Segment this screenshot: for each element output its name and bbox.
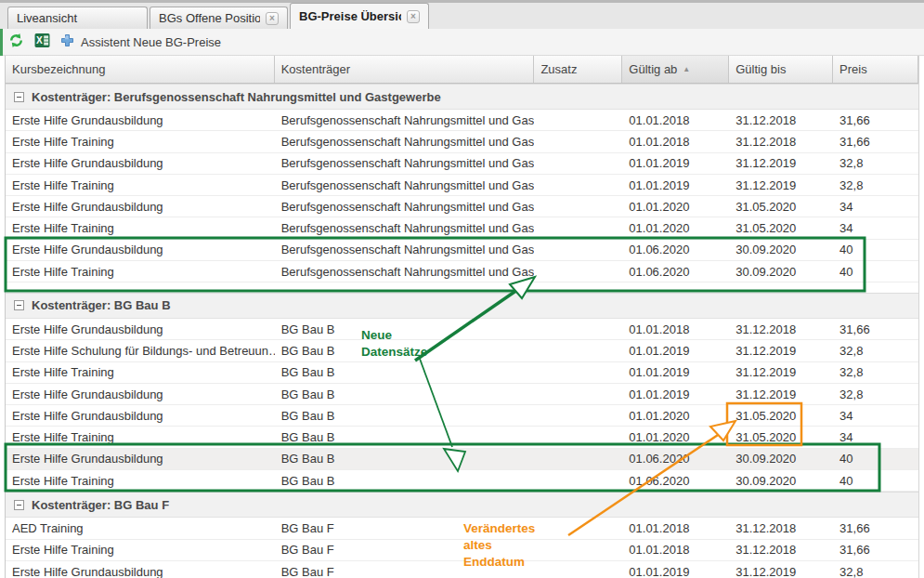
table-row[interactable]: Erste Hilfe TrainingBerufsgenossenschaft…: [6, 131, 918, 152]
grid-header-row: KursbezeichnungKostenträgerZusatzGültig …: [6, 56, 918, 84]
cell-zusatz: [534, 561, 622, 578]
table-row[interactable]: Erste Hilfe GrundausbildungBG Bau B01.01…: [6, 319, 918, 340]
table-row[interactable]: Erste Hilfe GrundausbildungBG Bau B01.01…: [6, 384, 918, 405]
cell-gueltig_bis: 31.12.2019: [729, 362, 833, 383]
table-row[interactable]: Erste Hilfe GrundausbildungBG Bau B01.01…: [6, 405, 918, 427]
table-row[interactable]: Erste Hilfe GrundausbildungBerufsgenosse…: [6, 240, 918, 261]
cell-zusatz: [534, 175, 622, 195]
cell-gueltig_ab: 01.01.2020: [622, 427, 729, 447]
table-row[interactable]: Erste Hilfe GrundausbildungBerufsgenosse…: [6, 153, 918, 175]
cell-preis: 40: [833, 261, 918, 282]
cell-gueltig_ab: 01.01.2019: [622, 153, 729, 174]
cell-gueltig_ab: 01.01.2020: [622, 405, 729, 426]
cell-gueltig_bis: 31.12.2019: [729, 561, 833, 578]
cell-kostentraeger: Berufsgenossenschaft Nahrungsmittel und …: [275, 153, 535, 174]
group-header[interactable]: Kostenträger: BG Bau B: [6, 293, 918, 319]
column-header-label: Preis: [839, 62, 867, 76]
cell-preis: 32,8: [833, 561, 918, 578]
cell-gueltig_ab: 01.06.2020: [622, 470, 729, 491]
cell-gueltig_bis: 30.09.2020: [729, 261, 833, 282]
cell-zusatz: [534, 217, 622, 238]
table-row[interactable]: Erste Hilfe TrainingBG Bau B01.01.202031…: [6, 427, 918, 448]
cell-kostentraeger: BG Bau B: [275, 427, 535, 447]
column-header-kostentraeger[interactable]: Kostenträger: [275, 56, 535, 83]
cell-kostentraeger: BG Bau B: [275, 449, 535, 469]
excel-icon: X: [34, 33, 50, 51]
refresh-icon: [8, 33, 24, 51]
cell-preis: 31,66: [833, 131, 918, 151]
column-header-gueltig_bis[interactable]: Gültig bis: [729, 56, 833, 83]
column-header-preis[interactable]: Preis: [833, 56, 918, 83]
svg-text:X: X: [36, 35, 43, 46]
column-header-zusatz[interactable]: Zusatz: [534, 56, 622, 83]
table-row[interactable]: Erste Hilfe TrainingBerufsgenossenschaft…: [6, 217, 918, 239]
table-row[interactable]: AED TrainingBG Bau F01.01.201831.12.2018…: [6, 518, 918, 539]
table-row[interactable]: Erste Hilfe TrainingBG Bau B01.01.201931…: [6, 362, 918, 384]
column-header-label: Zusatz: [540, 62, 577, 76]
table-row[interactable]: Erste Hilfe TrainingBerufsgenossenschaft…: [6, 261, 918, 282]
cell-zusatz: [534, 384, 622, 404]
cell-kurs: Erste Hilfe Grundausbildung: [6, 384, 275, 404]
table-row[interactable]: Erste Hilfe TrainingBG Bau F01.01.201831…: [6, 540, 918, 561]
cell-gueltig_ab: 01.01.2019: [622, 340, 729, 361]
cell-gueltig_ab: 01.06.2020: [622, 240, 729, 260]
cell-zusatz: [534, 427, 622, 447]
cell-kurs: AED Training: [6, 518, 275, 538]
cell-gueltig_ab: 01.01.2019: [622, 362, 729, 383]
cell-kostentraeger: Berufsgenossenschaft Nahrungsmittel und …: [275, 240, 535, 260]
cell-gueltig_ab: 01.06.2020: [622, 449, 729, 469]
cell-gueltig_ab: 01.01.2018: [622, 518, 729, 538]
cell-gueltig_bis: 31.05.2020: [729, 217, 833, 238]
cell-kurs: Erste Hilfe Training: [6, 175, 275, 195]
cell-gueltig_bis: 30.09.2020: [729, 470, 833, 491]
column-header-gueltig_ab[interactable]: Gültig ab▲: [622, 56, 729, 83]
cell-gueltig_ab: 01.01.2018: [622, 110, 729, 130]
collapse-icon[interactable]: [14, 92, 24, 102]
cell-preis: 40: [833, 470, 918, 491]
collapse-icon[interactable]: [14, 500, 24, 510]
table-row[interactable]: Erste Hilfe TrainingBG Bau B01.06.202030…: [6, 470, 918, 492]
cell-zusatz: [534, 405, 622, 426]
group-header[interactable]: Kostenträger: BG Bau F: [6, 492, 918, 518]
cell-kostentraeger: BG Bau B: [275, 384, 535, 404]
cell-preis: 32,8: [833, 384, 918, 404]
table-row[interactable]: Erste Hilfe GrundausbildungBG Bau F01.01…: [6, 561, 918, 578]
data-grid: KursbezeichnungKostenträgerZusatzGültig …: [5, 56, 919, 578]
group-title: Kostenträger: BG Bau F: [32, 498, 169, 512]
tab-label: BGs Offene Positionen: [159, 11, 260, 25]
refresh-button[interactable]: [8, 33, 24, 51]
group-header[interactable]: Kostenträger: Berufsgenossenschaft Nahru…: [6, 84, 918, 110]
cell-gueltig_ab: 01.01.2018: [622, 319, 729, 339]
column-header-label: Gültig bis: [735, 62, 786, 76]
collapse-icon[interactable]: [14, 300, 24, 310]
sort-asc-icon: ▲: [683, 65, 690, 73]
cell-preis: 31,66: [833, 518, 918, 538]
table-row[interactable]: Erste Hilfe Schulung für Bildungs- und B…: [6, 340, 918, 361]
assistant-new-bg-prices-button[interactable]: Assistent Neue BG-Preise: [60, 33, 221, 50]
cell-preis: 31,66: [833, 540, 918, 560]
cell-gueltig_bis: 31.12.2019: [729, 384, 833, 404]
table-row[interactable]: Erste Hilfe GrundausbildungBerufsgenosse…: [6, 196, 918, 217]
tab-close-icon[interactable]: ×: [266, 12, 279, 25]
column-header-label: Gültig ab: [629, 62, 677, 76]
cell-gueltig_bis: 30.09.2020: [729, 449, 833, 469]
cell-kurs: Erste Hilfe Grundausbildung: [6, 405, 275, 426]
cell-gueltig_bis: 31.12.2018: [729, 131, 833, 151]
tab-close-icon[interactable]: ×: [407, 10, 420, 23]
assistant-button-label: Assistent Neue BG-Preise: [81, 35, 221, 49]
tab-bg-preise-uebersicht[interactable]: BG-Preise Übersich×: [290, 3, 429, 29]
cell-zusatz: [534, 196, 622, 217]
cell-gueltig_bis: 31.12.2019: [729, 340, 833, 361]
tab-liveansicht[interactable]: Liveansicht: [7, 7, 148, 29]
table-row[interactable]: Erste Hilfe GrundausbildungBG Bau B01.06…: [6, 449, 918, 470]
excel-export-button[interactable]: X: [34, 33, 50, 51]
tab-bgs-offene-positionen[interactable]: BGs Offene Positionen×: [150, 7, 288, 29]
table-row[interactable]: Erste Hilfe GrundausbildungBerufsgenosse…: [6, 110, 918, 131]
cell-kostentraeger: BG Bau B: [275, 470, 535, 491]
column-header-kurs[interactable]: Kursbezeichnung: [6, 56, 275, 83]
cell-zusatz: [534, 340, 622, 361]
cell-kurs: Erste Hilfe Training: [6, 131, 275, 151]
cell-zusatz: [534, 319, 622, 339]
cell-kurs: Erste Hilfe Grundausbildung: [6, 561, 275, 578]
table-row[interactable]: Erste Hilfe TrainingBerufsgenossenschaft…: [6, 175, 918, 196]
